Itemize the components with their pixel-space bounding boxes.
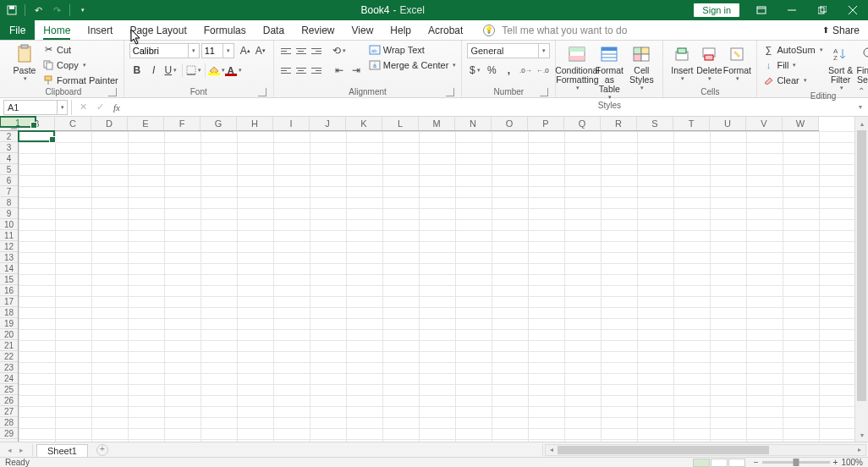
bold-icon[interactable]: B bbox=[129, 63, 145, 78]
column-header[interactable]: V bbox=[746, 117, 783, 130]
cell-styles-button[interactable]: CellStyles bbox=[625, 42, 657, 91]
increase-decimal-icon[interactable]: .0→ bbox=[518, 63, 533, 78]
format-as-table-button[interactable]: Format asTable bbox=[593, 42, 625, 101]
zoom-in-icon[interactable]: + bbox=[833, 458, 838, 467]
decrease-decimal-icon[interactable]: ←.0 bbox=[535, 63, 550, 78]
format-painter-button[interactable]: Format Painter bbox=[42, 73, 118, 87]
row-header[interactable]: 24 bbox=[0, 373, 18, 384]
merge-center-button[interactable]: aMerge & Center bbox=[369, 58, 457, 72]
column-header[interactable]: P bbox=[528, 117, 564, 130]
column-header[interactable]: E bbox=[128, 117, 164, 130]
row-header[interactable]: 20 bbox=[0, 329, 18, 340]
increase-font-icon[interactable]: A▴ bbox=[238, 43, 253, 58]
row-header[interactable]: 27 bbox=[0, 406, 18, 417]
tab-page-layout[interactable]: Page Layout bbox=[121, 20, 195, 40]
row-header[interactable]: 9 bbox=[0, 208, 18, 219]
align-bottom-icon[interactable] bbox=[310, 44, 323, 58]
delete-cells-button[interactable]: Delete bbox=[695, 42, 722, 82]
column-header[interactable]: S bbox=[637, 117, 673, 130]
horizontal-scrollbar[interactable]: ◂ ▸ bbox=[545, 444, 866, 456]
name-box[interactable]: A1 bbox=[3, 100, 58, 115]
orientation-icon[interactable]: ⟲ bbox=[332, 43, 347, 58]
row-header[interactable]: 1 bbox=[0, 116, 36, 128]
column-header[interactable]: O bbox=[492, 117, 528, 130]
row-header[interactable]: 26 bbox=[0, 395, 18, 406]
row-header[interactable]: 6 bbox=[0, 175, 18, 186]
zoom-level[interactable]: 100% bbox=[841, 458, 863, 467]
fill-color-icon[interactable] bbox=[209, 63, 224, 78]
autosum-button[interactable]: ∑AutoSum bbox=[762, 42, 822, 57]
row-header[interactable]: 3 bbox=[0, 142, 18, 153]
view-buttons[interactable] bbox=[693, 459, 745, 467]
name-box-dropdown[interactable]: ▾ bbox=[58, 100, 68, 115]
row-header[interactable]: 8 bbox=[0, 197, 18, 208]
row-header[interactable]: 22 bbox=[0, 351, 18, 362]
row-header[interactable]: 25 bbox=[0, 384, 18, 395]
column-header[interactable]: H bbox=[237, 117, 273, 130]
row-header[interactable]: 4 bbox=[0, 153, 18, 164]
row-header[interactable]: 21 bbox=[0, 340, 18, 351]
ribbon-display-options-icon[interactable] bbox=[746, 6, 777, 14]
font-size-input[interactable] bbox=[201, 43, 223, 58]
insert-cells-button[interactable]: Insert bbox=[668, 42, 695, 82]
tab-view[interactable]: View bbox=[343, 20, 382, 40]
scroll-down-icon[interactable]: ▾ bbox=[855, 428, 868, 442]
scroll-right-icon[interactable]: ▸ bbox=[854, 445, 865, 455]
accounting-format-icon[interactable]: $ bbox=[467, 63, 482, 78]
row-header[interactable]: 13 bbox=[0, 252, 18, 263]
font-name-dropdown[interactable]: ▾ bbox=[189, 43, 200, 58]
copy-button[interactable]: Copy bbox=[42, 58, 118, 72]
tab-data[interactable]: Data bbox=[255, 20, 293, 40]
vertical-scrollbar[interactable]: ▴ ▾ bbox=[854, 117, 868, 442]
fill-button[interactable]: ↓Fill bbox=[762, 58, 822, 72]
increase-indent-icon[interactable]: ⇥ bbox=[349, 63, 364, 78]
column-header[interactable]: L bbox=[382, 117, 419, 130]
scroll-up-icon[interactable]: ▴ bbox=[855, 117, 868, 130]
font-launcher-icon[interactable] bbox=[258, 88, 266, 96]
row-header[interactable]: 16 bbox=[0, 285, 18, 296]
expand-formula-bar-icon[interactable]: ▾ bbox=[854, 103, 866, 111]
row-header[interactable]: 14 bbox=[0, 263, 18, 274]
number-launcher-icon[interactable] bbox=[540, 88, 548, 96]
row-header[interactable]: 11 bbox=[0, 230, 18, 241]
restore-icon[interactable] bbox=[807, 6, 838, 14]
tell-me-search[interactable]: 💡Tell me what you want to do bbox=[483, 20, 627, 40]
paste-button[interactable]: Paste bbox=[8, 42, 41, 82]
normal-view-icon[interactable] bbox=[693, 459, 710, 467]
column-header[interactable]: R bbox=[601, 117, 637, 130]
sort-filter-button[interactable]: AZ Sort &Filter bbox=[827, 42, 855, 91]
decrease-indent-icon[interactable]: ⇤ bbox=[332, 63, 347, 78]
italic-icon[interactable]: I bbox=[146, 63, 162, 78]
row-header[interactable]: 7 bbox=[0, 186, 18, 197]
row-header[interactable]: 15 bbox=[0, 274, 18, 285]
column-headers[interactable]: ABCDEFGHIJKLMNOPQRSTUVW bbox=[19, 117, 819, 131]
tab-review[interactable]: Review bbox=[293, 20, 343, 40]
column-header[interactable]: I bbox=[273, 117, 310, 130]
cells-area[interactable] bbox=[19, 131, 854, 442]
sheet-tab[interactable]: Sheet1 bbox=[36, 444, 88, 457]
font-name-input[interactable] bbox=[129, 43, 189, 58]
sheet-nav[interactable]: ◂▸ bbox=[0, 446, 30, 454]
page-break-view-icon[interactable] bbox=[728, 459, 745, 467]
cut-button[interactable]: ✂Cut bbox=[42, 42, 118, 57]
row-header[interactable]: 12 bbox=[0, 241, 18, 252]
tab-file[interactable]: File bbox=[0, 20, 35, 40]
number-format-select[interactable]: General bbox=[467, 43, 539, 58]
find-select-button[interactable]: Find &Select bbox=[855, 42, 868, 91]
collapse-ribbon-icon[interactable]: ⌃ bbox=[858, 86, 865, 96]
formula-input[interactable] bbox=[128, 100, 854, 115]
column-header[interactable]: G bbox=[201, 117, 237, 130]
tab-insert[interactable]: Insert bbox=[79, 20, 121, 40]
zoom-out-icon[interactable]: − bbox=[754, 458, 759, 467]
tab-home[interactable]: Home bbox=[35, 20, 79, 40]
clear-button[interactable]: Clear bbox=[762, 73, 822, 87]
wrap-text-button[interactable]: abWrap Text bbox=[369, 42, 457, 57]
align-center-icon[interactable] bbox=[294, 63, 308, 77]
tab-acrobat[interactable]: Acrobat bbox=[420, 20, 471, 40]
align-left-icon[interactable] bbox=[279, 63, 293, 77]
column-header[interactable]: D bbox=[91, 117, 128, 130]
row-header[interactable]: 18 bbox=[0, 307, 18, 318]
tab-formulas[interactable]: Formulas bbox=[195, 20, 255, 40]
column-header[interactable]: K bbox=[346, 117, 382, 130]
underline-icon[interactable]: U bbox=[163, 63, 179, 78]
